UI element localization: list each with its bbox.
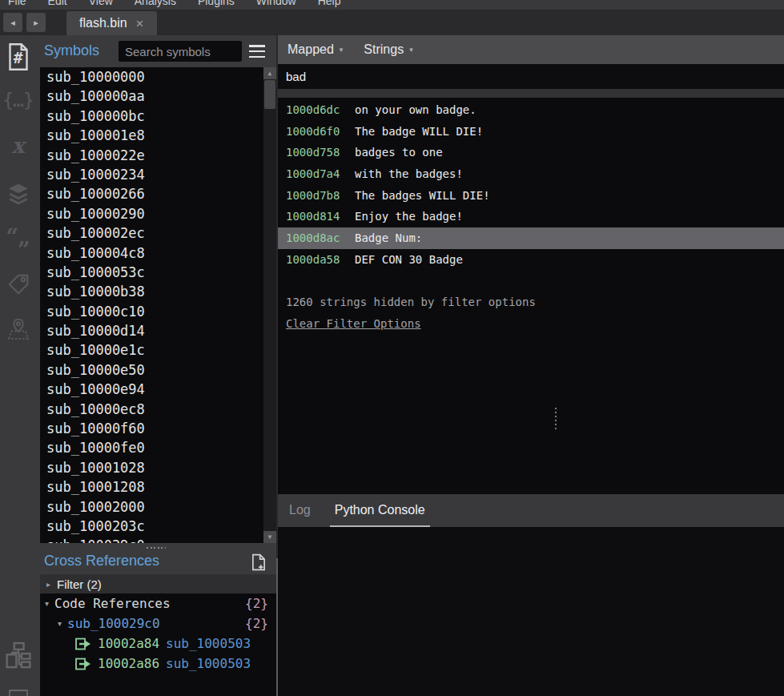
strings-filter-input[interactable]: bad xyxy=(278,64,784,89)
symbol-row[interactable]: sub_10000b38 xyxy=(40,282,276,301)
tab-bar: ◂ ▸ flash.bin × xyxy=(0,10,784,35)
xrefs-tree: ▾ Code References {2} ▾ sub_100029c0 {2}… xyxy=(40,593,276,696)
symbol-row[interactable]: sub_100002ec xyxy=(40,223,276,243)
stack-view-icon[interactable] xyxy=(6,181,30,205)
vertical-splitter-handle[interactable] xyxy=(554,408,557,432)
string-value: DEF CON 30 Badge xyxy=(355,253,463,266)
memory-map-icon[interactable] xyxy=(6,317,30,341)
string-row[interactable]: 1000d7b8The badges WILL DIE! xyxy=(278,185,784,207)
sidebar-icon-strip: # {…} x “” xyxy=(0,35,36,696)
chevron-right-icon: ▸ xyxy=(46,580,50,589)
symbol-row[interactable]: sub_10000e1c xyxy=(40,340,276,360)
bottom-tab-bar: Log Python Console xyxy=(278,494,784,527)
back-button[interactable]: ◂ xyxy=(3,13,22,32)
symbols-icon[interactable]: # xyxy=(6,42,30,71)
string-address: 1000d814 xyxy=(286,206,355,227)
string-row[interactable]: 1000d7a4with the badges! xyxy=(278,163,784,185)
symbol-row[interactable]: sub_100004c8 xyxy=(40,243,276,263)
xrefs-function-row[interactable]: ▾ sub_100029c0 {2} xyxy=(40,614,276,634)
symbol-row[interactable]: sub_100029c0 xyxy=(40,536,276,543)
symbol-row[interactable]: sub_10000fe0 xyxy=(40,438,276,457)
xrefs-function-count: {2} xyxy=(245,614,268,634)
string-address: 1000da58 xyxy=(286,249,355,271)
symbol-row[interactable]: sub_10000ec8 xyxy=(40,400,276,419)
strings-icon[interactable]: “” xyxy=(6,227,30,253)
partial-bottom-icon[interactable] xyxy=(8,689,29,696)
xref-row[interactable]: 10002a86sub_1000503 xyxy=(40,654,276,674)
symbol-row[interactable]: sub_10000290 xyxy=(40,204,276,223)
xref-row[interactable]: 10002a84sub_1000503 xyxy=(40,634,276,654)
chevron-down-icon: ▾ xyxy=(58,614,62,634)
view-mode-dropdown[interactable]: Mapped ▾ xyxy=(287,42,343,57)
symbol-row[interactable]: sub_10000000 xyxy=(40,67,276,86)
symbol-row[interactable]: sub_1000022e xyxy=(40,146,276,165)
menu-item-window[interactable]: Window xyxy=(256,0,296,7)
symbol-row[interactable]: sub_10000e94 xyxy=(40,380,276,399)
symbol-row[interactable]: sub_10001028 xyxy=(40,458,276,477)
view-type-dropdown[interactable]: Strings ▾ xyxy=(364,42,412,57)
xrefs-filter-row[interactable]: ▸ Filter (2) xyxy=(40,574,276,593)
string-row[interactable]: 1000da58DEF CON 30 Badge xyxy=(278,249,784,271)
string-row[interactable]: 1000d814Enjoy the badge! xyxy=(278,206,784,227)
string-row[interactable]: 1000d758badges to one xyxy=(278,142,784,163)
scrollbar-thumb[interactable] xyxy=(264,80,275,109)
menu-item-analysis[interactable]: Analysis xyxy=(135,0,176,7)
separator-strip xyxy=(278,89,784,98)
symbol-row[interactable]: sub_10002000 xyxy=(40,497,276,517)
symbol-row[interactable]: sub_10000234 xyxy=(40,165,276,184)
symbols-scrollbar[interactable]: ▲ ▼ xyxy=(263,67,276,543)
menu-item-file[interactable]: File xyxy=(8,0,26,7)
symbol-row[interactable]: sub_100001e8 xyxy=(40,126,276,145)
hidden-strings-note: 1260 strings hidden by filter options xyxy=(278,292,784,313)
variables-icon[interactable]: x xyxy=(11,133,24,158)
view-header: Mapped ▾ Strings ▾ xyxy=(278,35,784,64)
symbol-row[interactable]: sub_100000aa xyxy=(40,86,276,106)
xref-jump-icon xyxy=(75,638,91,650)
close-icon[interactable]: × xyxy=(136,17,144,30)
symbol-row[interactable]: sub_10000266 xyxy=(40,184,276,203)
scroll-down-icon[interactable]: ▼ xyxy=(263,531,276,543)
string-value: The badge WILL DIE! xyxy=(355,125,483,138)
tab-log[interactable]: Log xyxy=(284,494,316,527)
string-value: Enjoy the badge! xyxy=(355,210,463,223)
xrefs-title: Cross References xyxy=(44,553,159,569)
menu-item-help[interactable]: Help xyxy=(318,0,341,7)
symbol-row[interactable]: sub_10000e50 xyxy=(40,360,276,380)
menu-icon[interactable] xyxy=(249,45,265,58)
mini-graph-icon[interactable] xyxy=(5,641,32,670)
python-console-output[interactable] xyxy=(278,527,784,696)
menu-item-plugins[interactable]: Plugins xyxy=(198,0,235,7)
menu-item-edit[interactable]: Edit xyxy=(48,0,67,7)
types-icon[interactable]: {…} xyxy=(2,90,34,111)
xrefs-function-label: sub_100029c0 xyxy=(67,614,160,634)
scroll-up-icon[interactable]: ▲ xyxy=(263,67,276,79)
xrefs-group-count: {2} xyxy=(245,593,268,614)
clear-filter-link[interactable]: Clear Filter Options xyxy=(286,313,421,335)
tab-python-console[interactable]: Python Console xyxy=(330,494,430,527)
new-document-icon[interactable] xyxy=(251,553,267,571)
search-symbols-input[interactable] xyxy=(119,41,242,62)
tags-icon[interactable] xyxy=(6,272,30,296)
symbol-row[interactable]: sub_10000f60 xyxy=(40,419,276,438)
string-value: with the badges! xyxy=(355,167,463,180)
symbol-row[interactable]: sub_1000203c xyxy=(40,517,276,536)
xrefs-group-row[interactable]: ▾ Code References {2} xyxy=(40,593,276,614)
string-row[interactable]: 1000d6dcon your own badge. xyxy=(278,99,784,121)
string-row[interactable]: 1000d6f0The badge WILL DIE! xyxy=(278,121,784,143)
strings-rows: 1000d6dcon your own badge.1000d6f0The ba… xyxy=(278,99,784,271)
symbol-row[interactable]: sub_10000d14 xyxy=(40,321,276,340)
symbol-row[interactable]: sub_1000053c xyxy=(40,263,276,282)
string-value: badges to one xyxy=(355,146,443,159)
forward-button[interactable]: ▸ xyxy=(26,13,46,32)
dropdown-arrow-icon: ▾ xyxy=(340,46,344,54)
xref-address: 10002a84 xyxy=(98,634,159,654)
symbol-row[interactable]: sub_100000bc xyxy=(40,107,276,126)
menu-item-view[interactable]: View xyxy=(89,0,113,7)
xref-symbol: sub_1000503 xyxy=(166,654,251,674)
string-row[interactable]: 1000d8acBadge Num: xyxy=(278,227,784,249)
symbol-row[interactable]: sub_10000c10 xyxy=(40,302,276,321)
tab-flash-bin[interactable]: flash.bin × xyxy=(66,11,157,35)
string-address: 1000d7b8 xyxy=(286,185,355,207)
svg-text:#: # xyxy=(13,49,22,67)
symbol-row[interactable]: sub_10001208 xyxy=(40,477,276,497)
